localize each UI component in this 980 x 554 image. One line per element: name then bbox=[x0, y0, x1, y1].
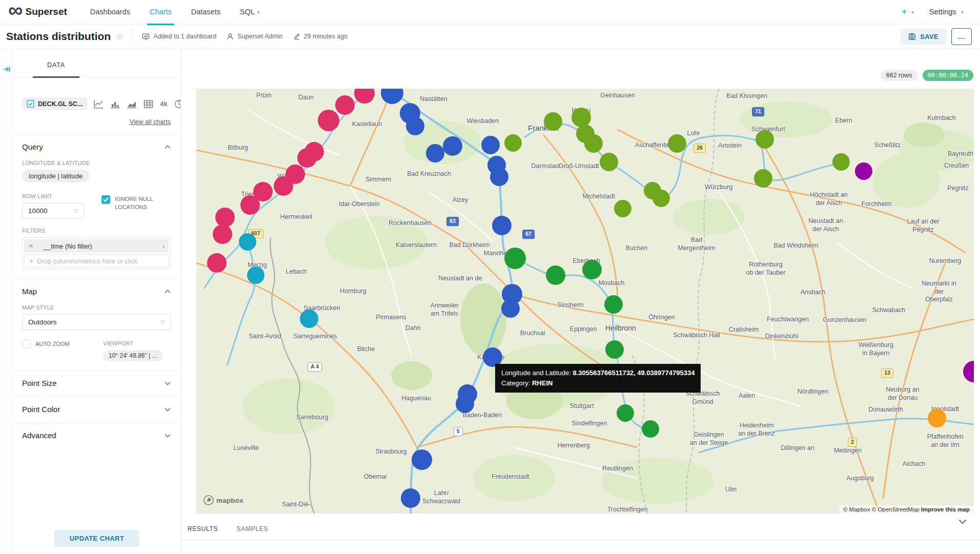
osm-attribution-link[interactable]: © OpenStreetMap bbox=[872, 506, 920, 512]
map-point-green-series[interactable] bbox=[604, 295, 623, 314]
map-point-cyan-series[interactable] bbox=[247, 266, 264, 284]
favorite-star-icon[interactable]: ☆ bbox=[116, 31, 124, 42]
map-point-olive-series[interactable] bbox=[504, 134, 522, 152]
map-point-pink-series[interactable] bbox=[318, 110, 339, 131]
map-point-green-series[interactable] bbox=[582, 260, 602, 279]
bar-chart-icon[interactable] bbox=[110, 99, 120, 109]
tooltip-coordinates-label: Longitude and Latitude: bbox=[501, 369, 573, 377]
map-point-rhein[interactable] bbox=[492, 216, 512, 235]
map-point-pink-series[interactable] bbox=[213, 224, 232, 244]
filters-label: FILTERS bbox=[22, 228, 171, 234]
map-point-rhein[interactable] bbox=[443, 136, 462, 156]
map-point-rhein[interactable] bbox=[490, 168, 508, 186]
nav-item-sql[interactable]: SQL▾ bbox=[230, 0, 270, 24]
big-number-icon[interactable]: 4k bbox=[160, 100, 167, 108]
improve-map-link[interactable]: Improve this map bbox=[921, 506, 970, 512]
update-chart-button[interactable]: UPDATE CHART bbox=[54, 530, 139, 547]
deckgl-map[interactable]: PrümDaunNastättenGelnhausenBad Kissingen… bbox=[196, 89, 974, 514]
map-point-olive-series[interactable] bbox=[571, 108, 591, 127]
results-tab-results[interactable]: RESULTS bbox=[188, 525, 218, 537]
map-point-rhein[interactable] bbox=[406, 117, 424, 135]
map-point-pink-series[interactable] bbox=[335, 95, 355, 115]
ignore-null-checkbox-row[interactable]: IGNORE NULL LOCATIONS bbox=[101, 195, 161, 212]
collapse-panel-icon[interactable] bbox=[3, 65, 11, 73]
map-point-rhein[interactable] bbox=[412, 449, 432, 470]
map-point-rhein[interactable] bbox=[481, 136, 500, 154]
nav-item-charts[interactable]: Charts bbox=[140, 0, 181, 24]
map-point-rhein[interactable] bbox=[401, 488, 420, 508]
collapse-results-icon[interactable] bbox=[958, 519, 967, 524]
map-point-rhein[interactable] bbox=[501, 299, 520, 318]
section-header[interactable]: Point Size bbox=[22, 379, 171, 387]
map-point-green-series[interactable] bbox=[546, 265, 565, 285]
map-style-select[interactable]: Outdoors ▽ bbox=[22, 314, 171, 330]
tab-data[interactable]: DATA bbox=[33, 61, 79, 78]
chevron-down-icon bbox=[165, 381, 171, 385]
map-point-olive-series[interactable] bbox=[832, 153, 850, 171]
query-status-badges: 662 rows 00:00:00.24 bbox=[881, 70, 973, 81]
nav-item-dashboards[interactable]: Dashboards bbox=[80, 0, 140, 24]
road-shield-icon: 67 bbox=[522, 230, 535, 239]
query-section-header[interactable]: Query bbox=[22, 142, 171, 151]
map-point-orange-series[interactable] bbox=[928, 409, 946, 427]
map-point-pink-series[interactable] bbox=[215, 208, 235, 227]
map-point-green-series[interactable] bbox=[504, 248, 526, 269]
section-header[interactable]: Advanced bbox=[22, 431, 171, 440]
map-point-purple-series[interactable] bbox=[855, 162, 872, 180]
table-icon[interactable] bbox=[144, 99, 153, 109]
more-options-button[interactable]: ... bbox=[951, 28, 972, 45]
line-chart-icon[interactable] bbox=[93, 99, 104, 109]
selected-viz-chip[interactable]: DECK.GL SC... bbox=[22, 97, 87, 110]
map-point-pink-series[interactable] bbox=[274, 176, 293, 196]
map-point-pink-series[interactable] bbox=[297, 148, 317, 168]
auto-zoom-checkbox-row[interactable]: AUTO ZOOM bbox=[22, 340, 103, 348]
view-all-charts-link[interactable]: View all charts bbox=[23, 118, 171, 126]
map-point-olive-series[interactable] bbox=[614, 200, 631, 217]
chevron-down-icon: ▽ bbox=[161, 319, 165, 325]
mapbox-logo-icon bbox=[203, 495, 214, 505]
map-point-olive-series[interactable] bbox=[756, 130, 774, 149]
lonlat-value-chip[interactable]: longitude | latitude bbox=[22, 170, 89, 182]
drop-columns-zone[interactable]: + Drop columns/metrics here or click bbox=[24, 254, 169, 268]
area-chart-icon[interactable] bbox=[127, 99, 137, 109]
remove-filter-icon[interactable]: ✕ bbox=[24, 242, 38, 250]
map-point-olive-series[interactable] bbox=[652, 190, 670, 207]
map-point-olive-series[interactable] bbox=[668, 134, 686, 153]
superset-brand[interactable]: ∞ Superset bbox=[8, 6, 67, 17]
chevron-down-icon: ▾ bbox=[912, 10, 914, 15]
person-icon bbox=[227, 33, 234, 40]
map-point-green-series[interactable] bbox=[642, 420, 659, 438]
mapbox-logo[interactable]: mapbox bbox=[203, 495, 243, 505]
map-point-green-series[interactable] bbox=[605, 340, 624, 359]
map-point-cyan-series[interactable] bbox=[300, 310, 318, 328]
map-point-cyan-series[interactable] bbox=[239, 233, 256, 251]
map-point-rhein[interactable] bbox=[456, 395, 474, 413]
last-modified-chip[interactable]: 29 minutes ago bbox=[293, 33, 348, 40]
row-limit-select[interactable]: 10000 ▽ bbox=[22, 203, 84, 219]
new-item-button[interactable]: + ▾ bbox=[901, 6, 914, 17]
map-point-olive-series[interactable] bbox=[600, 153, 618, 171]
tooltip-category-label: Category: bbox=[501, 379, 532, 387]
viewport-value-chip[interactable]: 10° 24' 49.86" | ... bbox=[103, 350, 163, 361]
road-shield-icon: 2 bbox=[848, 438, 857, 447]
section-header[interactable]: Point Color bbox=[22, 405, 171, 414]
results-tab-samples[interactable]: SAMPLES bbox=[237, 525, 269, 537]
map-point-olive-series[interactable] bbox=[584, 134, 603, 153]
settings-menu[interactable]: Settings ▾ bbox=[929, 8, 964, 16]
map-point-pink-series[interactable] bbox=[207, 253, 227, 273]
map-section-header[interactable]: Map bbox=[22, 287, 171, 296]
owner-chip[interactable]: Superset Admin bbox=[227, 33, 282, 40]
map-point-olive-series[interactable] bbox=[544, 112, 562, 131]
mapbox-attribution-link[interactable]: © Mapbox bbox=[843, 506, 870, 512]
map-point-pink-series[interactable] bbox=[240, 195, 260, 215]
dashboard-count-chip[interactable]: Added to 1 dashboard bbox=[142, 33, 216, 40]
save-button[interactable]: SAVE bbox=[901, 29, 946, 45]
map-section: Map MAP STYLE Outdoors ▽ AUTO ZOOM VIEWP… bbox=[13, 279, 180, 371]
nav-item-datasets[interactable]: Datasets bbox=[181, 0, 230, 24]
map-point-olive-series[interactable] bbox=[754, 169, 772, 188]
road-shield-icon: 5 bbox=[454, 427, 463, 436]
map-point-rhein[interactable] bbox=[426, 144, 444, 162]
pencil-icon bbox=[293, 33, 300, 40]
time-filter-chip[interactable]: ✕ __time (No filter) › bbox=[24, 239, 169, 253]
map-point-green-series[interactable] bbox=[617, 404, 634, 422]
